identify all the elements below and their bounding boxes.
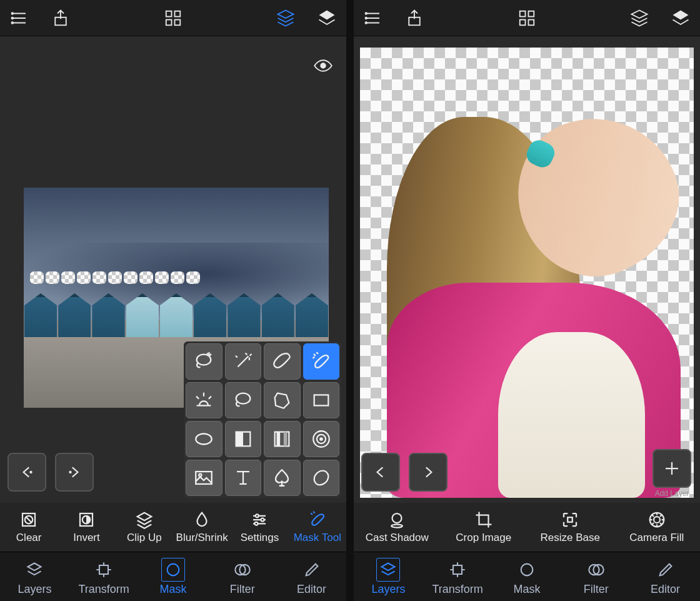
cast-shadow-button[interactable]: Cast Shadow — [354, 503, 441, 552]
list-icon[interactable] — [362, 8, 384, 29]
nav-filter-label: Filter — [230, 583, 255, 596]
nav-layers-label: Layers — [371, 583, 405, 596]
stack-icon[interactable] — [275, 8, 296, 29]
nav-transform-label: Transform — [432, 583, 483, 596]
svg-point-44 — [392, 513, 402, 523]
svg-rect-17 — [284, 432, 288, 447]
redo-button[interactable] — [55, 453, 94, 492]
settings-button[interactable]: Settings — [231, 503, 288, 552]
polygon-tool-icon[interactable] — [264, 382, 301, 418]
radial-gradient-tool-icon[interactable] — [303, 421, 340, 457]
redo-button[interactable] — [409, 453, 448, 492]
svg-rect-6 — [166, 19, 172, 25]
svg-point-38 — [366, 22, 368, 24]
invert-label: Invert — [73, 532, 100, 544]
bottom-nav: Layers Transform Mask Filter Editor — [0, 552, 346, 601]
svg-rect-16 — [277, 432, 281, 447]
svg-point-50 — [521, 563, 533, 575]
swirl-tool-icon[interactable] — [303, 460, 340, 496]
svg-rect-42 — [520, 19, 526, 25]
undo-redo-group — [361, 453, 448, 492]
vertical-gradient-tool-icon[interactable] — [225, 421, 262, 457]
clip-up-button[interactable]: Clip Up — [116, 503, 173, 552]
nav-transform[interactable]: Transform — [69, 552, 139, 601]
camera-fill-label: Camera Fill — [629, 532, 684, 544]
blur-shrink-button[interactable]: Blur/Shrink — [173, 503, 231, 552]
svg-rect-32 — [99, 565, 108, 574]
clear-button[interactable]: Clear — [0, 503, 58, 552]
svg-rect-49 — [453, 565, 462, 574]
magic-wand-tool-icon[interactable] — [225, 343, 262, 380]
share-icon[interactable] — [404, 8, 425, 29]
nav-transform[interactable]: Transform — [423, 552, 492, 601]
svg-point-24 — [69, 471, 71, 473]
brush-tool-icon[interactable] — [264, 343, 301, 380]
crop-image-label: Crop Image — [456, 532, 511, 544]
visibility-eye-icon[interactable] — [312, 55, 334, 76]
resize-base-label: Resize Base — [541, 532, 600, 544]
canvas[interactable]: Add Layer — [354, 36, 700, 503]
stack-icon[interactable] — [629, 8, 650, 29]
svg-point-2 — [12, 22, 14, 24]
mask-tool-button[interactable]: Mask Tool — [289, 503, 346, 552]
svg-point-1 — [12, 17, 14, 19]
svg-point-48 — [654, 517, 660, 523]
base-layer[interactable] — [360, 48, 694, 498]
blur-shrink-label: Blur/Shrink — [176, 532, 228, 544]
svg-rect-14 — [236, 432, 242, 447]
svg-rect-43 — [529, 19, 534, 25]
undo-button[interactable] — [361, 453, 400, 492]
svg-point-30 — [261, 518, 264, 522]
svg-rect-4 — [166, 11, 172, 16]
lasso-tool-icon[interactable] — [225, 382, 262, 418]
nav-mask[interactable]: Mask — [139, 552, 208, 601]
resize-base-button[interactable]: Resize Base — [527, 503, 614, 552]
horizontal-gradient-tool-icon[interactable] — [264, 421, 301, 457]
add-layer-label: Add Layer — [655, 489, 689, 498]
share-icon[interactable] — [50, 8, 71, 29]
layers-icon[interactable] — [670, 8, 691, 29]
grid-icon[interactable] — [516, 8, 538, 29]
app-right: Add Layer Cast Shadow Crop Image Resize … — [354, 0, 700, 601]
nav-editor-label: Editor — [651, 583, 680, 596]
clear-label: Clear — [16, 532, 42, 544]
nav-filter[interactable]: Filter — [561, 552, 631, 601]
ellipse-tool-icon[interactable] — [186, 421, 222, 457]
sunrise-tool-icon[interactable] — [186, 382, 222, 418]
undo-redo-group — [8, 453, 94, 492]
lasso-magic-tool-icon[interactable] — [186, 343, 222, 380]
rectangle-tool-icon[interactable] — [303, 382, 340, 418]
layers-icon[interactable] — [316, 8, 338, 29]
cast-shadow-label: Cast Shadow — [366, 532, 429, 544]
list-icon[interactable] — [9, 8, 30, 29]
nav-editor[interactable]: Editor — [277, 552, 346, 601]
invert-button[interactable]: Invert — [58, 503, 115, 552]
add-layer-button[interactable]: Add Layer — [651, 449, 692, 498]
canvas[interactable] — [0, 36, 346, 503]
grid-icon[interactable] — [162, 8, 184, 29]
camera-fill-button[interactable]: Camera Fill — [614, 503, 701, 552]
app-left: Clear Invert Clip Up Blur/Shrink Setting… — [0, 0, 346, 601]
nav-editor[interactable]: Editor — [631, 552, 700, 601]
top-toolbar — [354, 0, 700, 36]
mask-tool-label: Mask Tool — [294, 532, 341, 544]
nav-mask[interactable]: Mask — [492, 552, 562, 601]
spade-tool-icon[interactable] — [264, 460, 301, 496]
undo-button[interactable] — [8, 453, 46, 492]
nav-transform-label: Transform — [79, 583, 129, 596]
crop-image-button[interactable]: Crop Image — [441, 503, 528, 552]
nav-layers[interactable]: Layers — [0, 552, 69, 601]
nav-editor-label: Editor — [297, 583, 326, 596]
cutout-subject — [387, 84, 681, 498]
nav-layers[interactable]: Layers — [354, 552, 423, 601]
nav-mask-label: Mask — [159, 583, 186, 596]
magic-brush-tool-icon[interactable] — [303, 343, 340, 380]
text-mask-tool-icon[interactable] — [225, 460, 262, 496]
svg-rect-5 — [175, 11, 181, 16]
svg-rect-11 — [314, 395, 328, 406]
layers-actions-row: Cast Shadow Crop Image Resize Base Camer… — [354, 503, 700, 552]
svg-point-45 — [392, 525, 403, 528]
image-mask-tool-icon[interactable] — [186, 460, 222, 496]
svg-point-37 — [366, 17, 368, 19]
nav-filter[interactable]: Filter — [208, 552, 277, 601]
